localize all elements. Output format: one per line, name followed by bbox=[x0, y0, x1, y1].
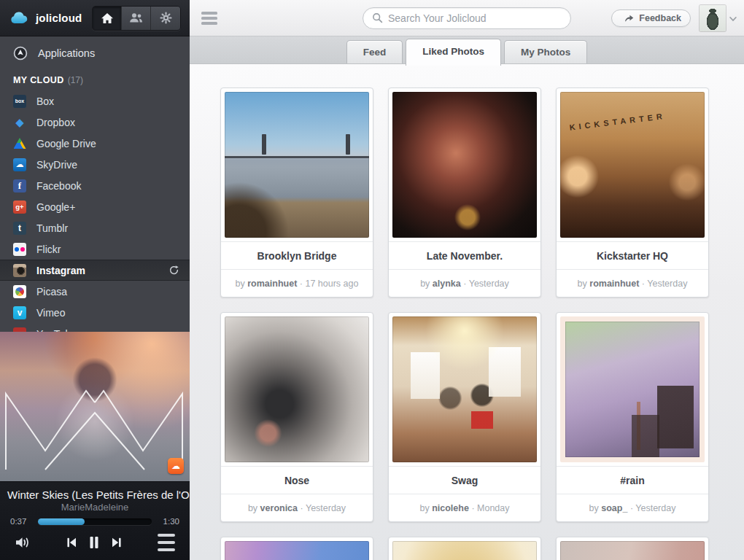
kickstarter-letters: KICKSTARTER bbox=[569, 107, 699, 132]
photo-card-late-november[interactable]: Late November. by alynka · Yesterday bbox=[388, 88, 541, 298]
photo-time: Yesterday bbox=[469, 279, 509, 289]
photo-title: Swag bbox=[389, 466, 540, 494]
photo-thumbnail: KICKSTARTER bbox=[560, 92, 705, 238]
sidebar-item-label: Google+ bbox=[36, 201, 75, 213]
photo-title: Nose bbox=[221, 466, 373, 494]
seek-bar[interactable] bbox=[38, 518, 152, 525]
sidebar-item-applications[interactable]: Applications bbox=[0, 36, 190, 70]
photo-thumbnail bbox=[225, 316, 369, 462]
bridge-art bbox=[225, 156, 369, 158]
picasa-icon bbox=[13, 285, 26, 298]
photo-card-partial[interactable] bbox=[556, 537, 709, 560]
sidebar-item-label: Picasa bbox=[36, 286, 67, 298]
people-nav-button[interactable] bbox=[122, 7, 151, 30]
photo-card-swag[interactable]: Swag by nicolehe · Monday bbox=[388, 312, 541, 522]
soundcloud-badge-icon[interactable]: ☁ bbox=[168, 458, 184, 474]
sidebar-item-label: Vimeo bbox=[36, 307, 65, 319]
photo-card-partial[interactable] bbox=[220, 537, 373, 560]
sidebar: jolicloud bbox=[0, 0, 190, 560]
people-icon bbox=[129, 12, 143, 23]
photo-title: #rain bbox=[557, 466, 708, 494]
photo-card-brooklyn-bridge[interactable]: Brooklyn Bridge by romainhuet · 17 hours… bbox=[220, 88, 373, 298]
jolicloud-logo-icon bbox=[10, 12, 29, 25]
tab-strip: Feed Liked Photos My Photos bbox=[190, 36, 744, 64]
feedback-button[interactable]: Feedback bbox=[611, 9, 691, 27]
search-input[interactable] bbox=[388, 12, 562, 24]
sidebar-item-label: Instagram bbox=[36, 265, 85, 276]
feedback-label: Feedback bbox=[639, 13, 681, 23]
photo-thumbnail bbox=[560, 316, 705, 462]
sidebar-item-picasa[interactable]: Picasa bbox=[0, 281, 190, 302]
photo-card-kickstarter-hq[interactable]: KICKSTARTER Kickstarter HQ by romainhuet… bbox=[556, 88, 709, 298]
brand-name: jolicloud bbox=[36, 12, 82, 24]
photo-thumbnail bbox=[392, 541, 537, 560]
photo-thumbnail bbox=[225, 541, 369, 560]
sidebar-item-label: Google Drive bbox=[36, 138, 96, 149]
sidebar-item-box[interactable]: box Box bbox=[0, 90, 190, 112]
photo-card-rain[interactable]: #rain by soap_ · Yesterday bbox=[556, 312, 709, 522]
box-icon: box bbox=[13, 95, 26, 108]
menu-icon[interactable] bbox=[201, 9, 217, 27]
photo-card-nose[interactable]: Nose by veronica · Yesterday bbox=[220, 312, 373, 522]
elapsed-time: 0:37 bbox=[10, 517, 32, 526]
sidebar-topbar: jolicloud bbox=[0, 0, 190, 36]
search-bar bbox=[363, 7, 571, 29]
tab-feed[interactable]: Feed bbox=[346, 40, 403, 63]
googleplus-icon: g+ bbox=[13, 201, 26, 214]
bridge-art bbox=[262, 134, 266, 155]
main-header: Feedback bbox=[190, 0, 744, 36]
photo-time: Yesterday bbox=[647, 279, 687, 289]
sidebar-item-label: Flickr bbox=[36, 244, 61, 255]
photo-thumbnail bbox=[560, 541, 705, 560]
previous-button[interactable] bbox=[66, 537, 77, 548]
total-time: 1:30 bbox=[158, 517, 179, 526]
chevron-down-icon[interactable] bbox=[729, 12, 737, 25]
settings-nav-button[interactable] bbox=[151, 7, 180, 30]
photo-byline: by romainhuet · Yesterday bbox=[557, 269, 708, 297]
tab-liked-photos[interactable]: Liked Photos bbox=[406, 39, 501, 66]
home-nav-button[interactable] bbox=[93, 7, 122, 30]
photo-byline: by veronica · Yesterday bbox=[221, 494, 373, 521]
photo-byline: by romainhuet · 17 hours ago bbox=[221, 269, 373, 297]
sidebar-item-youtube[interactable]: YouTube bbox=[0, 323, 190, 332]
section-label: MY CLOUD bbox=[13, 75, 64, 85]
sidebar-item-dropbox[interactable]: ◆ Dropbox bbox=[0, 112, 190, 133]
tumblr-icon: t bbox=[13, 222, 26, 235]
bridge-art bbox=[346, 134, 350, 155]
queue-button[interactable] bbox=[158, 532, 175, 553]
sidebar-item-vimeo[interactable]: v Vimeo bbox=[0, 302, 190, 323]
next-button[interactable] bbox=[111, 537, 123, 548]
google-drive-icon bbox=[13, 137, 26, 150]
photo-row-3 bbox=[220, 537, 744, 560]
feedback-arrow-icon bbox=[624, 13, 635, 23]
sidebar-item-flickr[interactable]: Flickr bbox=[0, 238, 190, 260]
app-window: jolicloud bbox=[0, 0, 744, 560]
album-art-line-overlay bbox=[0, 381, 190, 475]
sidebar-item-facebook[interactable]: f Facebook bbox=[0, 175, 190, 196]
avatar[interactable] bbox=[700, 5, 726, 31]
photo-thumbnail bbox=[392, 316, 537, 462]
sidebar-item-label: Applications bbox=[38, 47, 95, 59]
facebook-icon: f bbox=[13, 179, 26, 192]
instagram-icon bbox=[13, 264, 26, 277]
pause-button[interactable] bbox=[89, 536, 99, 549]
sidebar-item-google-drive[interactable]: Google Drive bbox=[0, 133, 190, 154]
sidebar-item-googleplus[interactable]: g+ Google+ bbox=[0, 196, 190, 217]
sidebar-item-instagram[interactable]: Instagram bbox=[0, 260, 190, 281]
sidebar-item-label: Facebook bbox=[36, 180, 81, 192]
search-icon bbox=[372, 12, 383, 23]
applications-icon bbox=[13, 46, 28, 61]
photo-time: 17 hours ago bbox=[305, 279, 358, 289]
photo-byline: by nicolehe · Monday bbox=[389, 494, 540, 521]
sync-icon[interactable] bbox=[168, 265, 179, 276]
sidebar-item-tumblr[interactable]: t Tumblr bbox=[0, 217, 190, 238]
tab-my-photos[interactable]: My Photos bbox=[504, 40, 587, 63]
photo-user: romainhuet bbox=[247, 279, 297, 289]
sidebar-item-skydrive[interactable]: ☁ SkyDrive bbox=[0, 154, 190, 175]
photo-time: Yesterday bbox=[635, 503, 675, 513]
volume-button[interactable] bbox=[15, 536, 31, 549]
sidebar-item-label: SkyDrive bbox=[36, 159, 77, 171]
home-icon bbox=[101, 12, 114, 24]
photo-card-partial[interactable] bbox=[388, 537, 541, 560]
photo-user: nicolehe bbox=[432, 503, 469, 513]
